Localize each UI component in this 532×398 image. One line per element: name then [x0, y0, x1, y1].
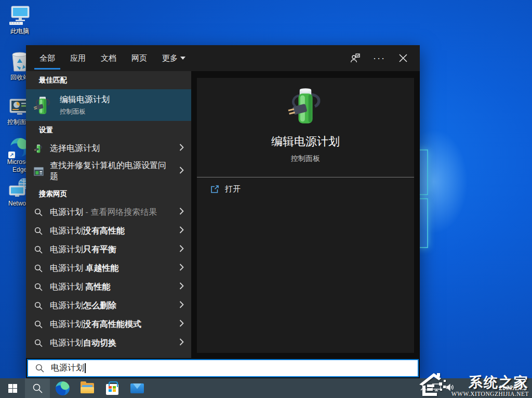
chevron-up-icon[interactable] — [420, 383, 427, 393]
best-match-item[interactable]: 编辑电源计划 控制面板 — [26, 89, 191, 121]
settings-result-label: 选择电源计划 — [50, 143, 100, 154]
taskbar: 2022/2/23 — [0, 378, 532, 398]
search-icon — [33, 320, 44, 328]
settings-result-item[interactable]: 查找并修复计算机的电源设置问题 — [26, 158, 191, 185]
best-match-preview-pane: 编辑电源计划 控制面板 打开 — [197, 78, 414, 353]
search-icon — [33, 339, 44, 347]
section-header-settings: 设置 — [26, 121, 191, 139]
chevron-right-icon[interactable] — [179, 144, 184, 153]
search-icon — [33, 208, 44, 216]
taskbar-mail-button[interactable] — [125, 378, 150, 398]
search-input[interactable]: 电源计划 — [27, 359, 419, 377]
preview-subtitle: 控制面板 — [291, 154, 320, 163]
desktop-icon-this-pc[interactable]: 此电脑 — [4, 4, 35, 35]
windows-logo-icon — [8, 384, 17, 393]
search-tab-bar: 全部 应用 文档 网页 更多 ··· — [26, 45, 420, 71]
desktop-icon-label: 此电脑 — [4, 28, 35, 35]
volume-icon[interactable] — [446, 383, 454, 393]
tab-web[interactable]: 网页 — [130, 46, 149, 71]
web-suggestion-item[interactable]: 电源计划 卓越性能 — [26, 259, 191, 278]
power-plan-battery-icon — [33, 95, 52, 116]
web-suggestion-item[interactable]: 电源计划只有平衡 — [26, 240, 191, 259]
chevron-down-icon — [180, 57, 185, 60]
search-input-value: 电源计划 — [51, 363, 84, 374]
taskbar-file-explorer-button[interactable] — [75, 378, 100, 398]
preview-title: 编辑电源计划 — [271, 134, 340, 149]
chevron-right-icon[interactable] — [179, 282, 184, 292]
web-suggestion-item[interactable]: 电源计划 - 查看网络搜索结果 — [26, 203, 191, 222]
best-match-subtitle: 控制面板 — [60, 107, 110, 116]
start-button[interactable] — [0, 378, 25, 398]
store-icon — [106, 384, 118, 395]
taskbar-edge-button[interactable] — [50, 378, 75, 398]
shortcut-arrow-overlay: ↗ — [8, 152, 15, 158]
text-caret — [85, 363, 86, 373]
system-tray: 2022/2/23 — [420, 378, 532, 398]
tab-apps[interactable]: 应用 — [69, 46, 87, 71]
this-pc-icon — [4, 4, 35, 26]
search-icon — [33, 283, 44, 291]
feedback-icon[interactable] — [350, 52, 361, 64]
taskbar-search-button[interactable] — [25, 378, 50, 398]
web-suggestion-item[interactable]: 电源计划 高性能 — [26, 278, 191, 296]
search-icon — [32, 383, 43, 393]
chevron-right-icon[interactable] — [179, 264, 184, 273]
display-icon[interactable] — [432, 383, 441, 393]
search-flyout-window: 全部 应用 文档 网页 更多 ··· — [26, 45, 420, 378]
web-suggestion-item[interactable]: 电源计划自动切换 — [26, 334, 191, 352]
search-results-list: 最佳匹配 编辑电源计划 控制面板 设置 — [26, 71, 191, 358]
web-suggestion-item[interactable]: 电源计划没有高性能 — [26, 222, 191, 240]
chevron-right-icon[interactable] — [179, 245, 184, 254]
search-icon — [35, 364, 44, 373]
open-action[interactable]: 打开 — [197, 177, 414, 200]
web-suggestion-item[interactable]: 电源计划没有高性能模式 — [26, 315, 191, 334]
section-header-web: 搜索网页 — [26, 185, 191, 203]
battery-icon — [33, 143, 44, 154]
section-header-best-match: 最佳匹配 — [26, 71, 191, 89]
taskbar-clock-date[interactable]: 2022/2/23 — [499, 385, 527, 392]
web-suggestion-item[interactable]: 电源计划怎么删除 — [26, 296, 191, 315]
chevron-right-icon[interactable] — [179, 208, 184, 217]
ellipsis-icon[interactable]: ··· — [374, 52, 385, 64]
chevron-right-icon[interactable] — [179, 338, 184, 348]
settings-result-item[interactable]: 选择电源计划 — [26, 139, 191, 158]
tab-documents[interactable]: 文档 — [99, 46, 118, 71]
search-icon — [33, 301, 44, 310]
chevron-right-icon[interactable] — [179, 301, 184, 310]
tab-all[interactable]: 全部 — [38, 46, 57, 71]
edge-icon — [56, 381, 70, 395]
close-icon[interactable] — [397, 52, 409, 64]
open-external-icon — [210, 185, 219, 194]
tab-more[interactable]: 更多 — [161, 46, 187, 71]
power-plan-battery-icon — [287, 87, 324, 126]
chevron-right-icon[interactable] — [179, 167, 184, 176]
search-icon — [33, 245, 44, 254]
best-match-title: 编辑电源计划 — [60, 94, 110, 105]
open-action-label: 打开 — [225, 184, 241, 194]
settings-result-label: 查找并修复计算机的电源设置问题 — [50, 160, 170, 182]
chevron-right-icon[interactable] — [179, 320, 184, 329]
search-icon — [33, 227, 44, 235]
mail-icon — [130, 383, 144, 393]
search-icon — [33, 264, 44, 272]
taskbar-store-button[interactable] — [100, 378, 125, 398]
chevron-right-icon[interactable] — [179, 226, 184, 236]
file-explorer-icon — [81, 383, 94, 393]
troubleshoot-icon — [33, 167, 44, 176]
